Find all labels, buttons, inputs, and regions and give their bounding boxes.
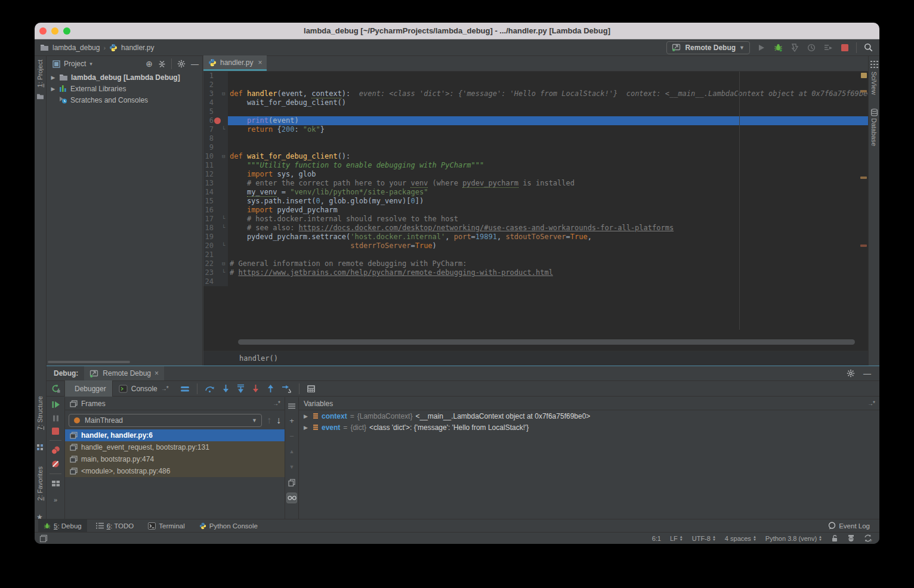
code-line[interactable]: 9 (203, 143, 868, 152)
stripe-mark[interactable] (860, 177, 867, 179)
event-log-button[interactable]: Event Log (828, 522, 879, 530)
frame-row[interactable]: handler, handler.py:6 (65, 429, 285, 441)
duplicate-watch-button[interactable] (286, 477, 297, 488)
frame-up-button[interactable]: ↑ (267, 415, 271, 426)
concurrency-button[interactable] (823, 42, 833, 53)
breadcrumb-project[interactable]: lambda_debug (53, 44, 100, 52)
mute-breakpoints-button[interactable] (51, 460, 60, 468)
code-line[interactable]: 24 (203, 277, 868, 286)
gutter[interactable]: 1 (203, 72, 228, 81)
expand-arrow-icon[interactable]: ▶ (50, 75, 56, 81)
breakpoint-icon[interactable] (214, 117, 221, 124)
gutter[interactable]: 18└ (203, 224, 228, 233)
indent-select[interactable]: 4 spaces▲▼ (725, 535, 756, 542)
code-editor[interactable]: 123⊟def handler(event, context): event: … (203, 72, 868, 286)
pause-button[interactable] (52, 414, 60, 422)
tool-button-sciview[interactable]: SciView (870, 72, 878, 95)
toolwindow-toggle-icon[interactable] (39, 534, 48, 543)
gutter[interactable]: 16 (203, 206, 228, 215)
code-line[interactable]: 13 # enter the correct path here to your… (203, 179, 868, 188)
add-watch-button[interactable]: + (286, 415, 297, 426)
gutter[interactable]: 2 (203, 81, 228, 89)
fold-marker[interactable]: ⊟ (222, 259, 228, 268)
tool-button-python-console[interactable]: Python Console (194, 519, 263, 533)
rerun-button[interactable] (47, 383, 64, 394)
code-line[interactable]: 11 """Utility function to enable debuggi… (203, 161, 868, 170)
fold-marker[interactable] (222, 72, 228, 81)
panel-menu-icon[interactable] (288, 403, 296, 409)
close-tab-icon[interactable]: × (258, 58, 262, 67)
threads-view-icon[interactable] (180, 385, 190, 392)
gutter[interactable]: 23└ (203, 268, 228, 277)
tab-handler-py[interactable]: handler.py × (203, 55, 267, 71)
run-button[interactable] (756, 42, 767, 53)
tree-item[interactable]: Scratches and Consoles (47, 94, 202, 106)
run-configuration-select[interactable]: Remote Debug ▼ (666, 41, 750, 54)
fold-marker[interactable] (222, 250, 228, 259)
gutter[interactable]: 7└ (203, 125, 228, 134)
fold-marker[interactable] (222, 107, 228, 116)
editor-breadcrumb[interactable]: handler() (203, 351, 868, 366)
fold-marker[interactable] (222, 143, 228, 152)
step-out-button[interactable] (267, 384, 274, 393)
gutter[interactable]: 19 (203, 233, 228, 242)
code-line[interactable]: 5 (203, 107, 868, 116)
move-down-button[interactable]: ▼ (286, 462, 297, 472)
fold-marker[interactable] (222, 233, 228, 242)
locate-file-button[interactable]: ⊕ (146, 59, 153, 69)
variable-row[interactable]: ▶event = {dict} <class 'dict'>: {'messag… (299, 422, 879, 433)
evaluate-expression-button[interactable] (307, 385, 316, 393)
tool-button-database[interactable]: Database (870, 118, 878, 146)
remove-watch-button[interactable]: − (286, 431, 297, 441)
code-line[interactable]: 17└ # host.docker.internal should resolv… (203, 215, 868, 224)
gutter[interactable]: 15 (203, 197, 228, 206)
code-line[interactable]: 23└# https://www.jetbrains.com/help/pych… (203, 268, 868, 277)
settings-gear-icon[interactable] (177, 60, 186, 68)
tree-item[interactable]: ▶lambda_debug [Lambda Debug] (47, 72, 202, 83)
sync-icon[interactable]: ? (864, 534, 872, 542)
gutter[interactable]: 21 (203, 250, 228, 259)
force-step-into-button[interactable] (237, 384, 245, 393)
caret-position[interactable]: 6:1 (652, 535, 661, 542)
fold-marker[interactable] (222, 161, 228, 170)
fold-marker[interactable]: └ (222, 268, 228, 277)
tab-debugger[interactable]: Debugger (64, 380, 113, 397)
readonly-lock-icon[interactable] (831, 534, 838, 542)
view-breakpoints-button[interactable] (51, 446, 60, 454)
close-session-icon[interactable]: × (155, 369, 159, 377)
step-over-button[interactable] (205, 384, 215, 393)
gutter[interactable]: 14 (203, 188, 228, 197)
collapse-all-button[interactable] (158, 60, 166, 68)
fold-marker[interactable]: └ (222, 224, 228, 233)
tab-console[interactable]: Console→* (113, 380, 174, 397)
fold-marker[interactable] (222, 277, 228, 286)
tool-button-project[interactable]: 1: Project (36, 60, 44, 87)
gutter[interactable]: 6 (203, 116, 228, 125)
fold-marker[interactable]: └ (222, 125, 228, 134)
gutter[interactable]: 17└ (203, 215, 228, 224)
debug-session-tab[interactable]: Remote Debug × (84, 366, 164, 380)
run-to-cursor-button[interactable] (282, 385, 292, 393)
code-line[interactable]: 15 sys.path.insert(0, glob.glob(my_venv)… (203, 197, 868, 206)
tool-button-terminal[interactable]: Terminal (143, 519, 190, 533)
gutter[interactable]: 3⊟ (203, 89, 228, 98)
tool-button-favorites[interactable]: 2: Favorites (36, 466, 44, 500)
code-viewport[interactable]: 123⊟def handler(event, context): event: … (203, 72, 868, 330)
breadcrumb-file[interactable]: handler.py (121, 44, 154, 52)
editor-horizontal-scrollbar[interactable] (238, 339, 855, 345)
code-line[interactable]: 1 (203, 72, 868, 81)
inspection-indicator[interactable] (861, 73, 867, 78)
gutter[interactable]: 20└ (203, 242, 228, 250)
code-line[interactable]: 19 pydevd_pycharm.settrace('host.docker.… (203, 233, 868, 242)
gutter[interactable]: 13 (203, 179, 228, 188)
gutter[interactable]: 12 (203, 170, 228, 179)
tool-button-structure[interactable]: 7: Structure (36, 396, 44, 430)
show-watches-button[interactable] (286, 493, 297, 503)
gutter[interactable]: 10⊟ (203, 152, 228, 161)
fold-marker[interactable]: ⊟ (222, 89, 228, 98)
encoding-select[interactable]: UTF-8▲▼ (692, 535, 716, 542)
code-line[interactable]: 14 my_venv = "venv/lib/python*/site-pack… (203, 188, 868, 197)
tool-button-6-todo[interactable]: 6: TODO (91, 519, 140, 533)
stripe-mark[interactable] (860, 90, 867, 92)
highlighting-level-icon[interactable] (847, 534, 855, 542)
